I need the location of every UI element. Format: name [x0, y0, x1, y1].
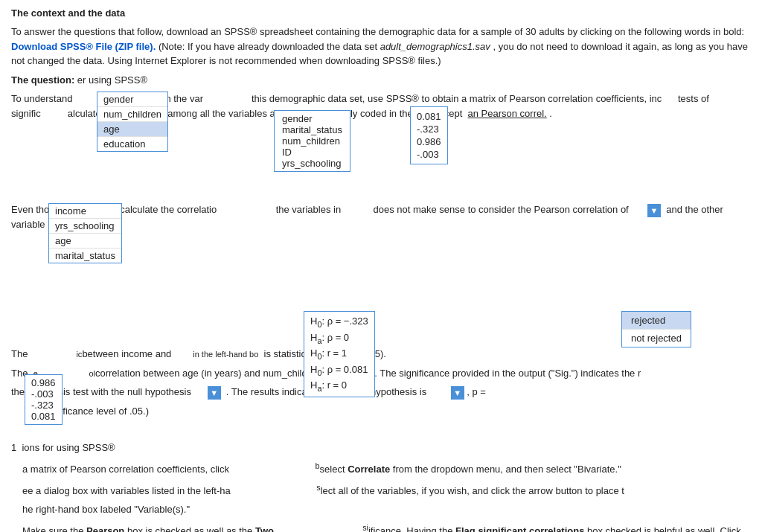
inst-line-4: Make sure the Pearson box is checked as … [11, 522, 751, 532]
inst-line-2: ee a dialog box with variables listed in… [11, 481, 751, 499]
para-corr-age: The e olcorrelation between age (in year… [11, 366, 751, 381]
reject-box: rejected not rejected [621, 311, 691, 347]
inline-variable-list: income yrs_schooling age marital_status [48, 203, 122, 263]
not-rejected-option[interactable]: not rejected [622, 330, 691, 347]
var-gender[interactable]: gender [97, 92, 167, 107]
para-even-though: Even though SPSS® will calculate the cor… [11, 202, 751, 231]
page-title: The context and the data [11, 7, 751, 19]
corr-matrix-box: 0.081 -.323 0.986 -.003 [410, 106, 448, 164]
var-education[interactable]: education [97, 137, 167, 151]
inst-line-3: he right-hand box labeled "Variable(s)." [11, 502, 751, 517]
dropdown-1[interactable]: ▼ [647, 204, 661, 217]
var-num-children[interactable]: num_children [97, 107, 167, 122]
download-link[interactable]: Download SPSS® File (ZIP file). [11, 41, 156, 52]
para-the-income: The icbetween income and in the left-han… [11, 347, 751, 362]
gender-box: gender marital_status num_children ID yr… [274, 110, 350, 172]
pearson-corr-link[interactable]: an Pearson correl. [468, 108, 547, 119]
il-income[interactable]: income [49, 204, 121, 219]
il-marital-status[interactable]: marital_status [49, 249, 121, 263]
il-yrs-schooling[interactable]: yrs_schooling [49, 219, 121, 234]
para1: To answer the questions that follow, dow… [11, 25, 751, 68]
il-age[interactable]: age [49, 234, 121, 249]
variable-list-box-1: gender num_children age education [97, 92, 168, 152]
hypothesis-box: H0: ρ = −.323 Ha: ρ = 0 H0: r = 1 H0: ρ … [304, 311, 375, 397]
para-sig-level: ie a significance level of .05.) [11, 404, 751, 419]
question-line: The question: er using SPSS® [11, 73, 751, 88]
dropdown-3[interactable]: ▼ [208, 386, 221, 400]
para-asis: the r ol asis test with the null hypothe… [11, 385, 751, 400]
rejected-option[interactable]: rejected [622, 312, 691, 330]
inst-line-1: a matrix of Pearson correlation coeffici… [11, 460, 751, 477]
inst-prefix-1: 1 ions for using SPSS® [11, 440, 751, 455]
num-values-box: 0.986 -.003 -.323 0.081 [25, 374, 63, 425]
dropdown-4[interactable]: ▼ [451, 386, 464, 400]
var-age[interactable]: age [97, 122, 167, 137]
